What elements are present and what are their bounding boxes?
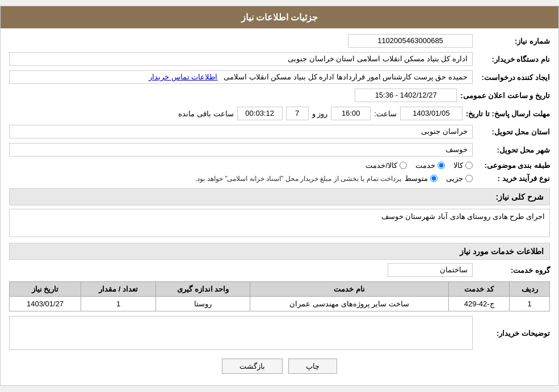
tarikh-value: 1402/12/27 - 15:36 [355,88,457,102]
col-tedad: تعداد / مقدار [81,282,156,297]
shomare-niaz-row: شماره نیاز: 1102005463000685 [9,34,550,48]
services-table: ردیف کد خدمت نام خدمت واحد اندازه گیری ت… [9,281,550,311]
khadamat-label: اطلاعات خدمات مورد نیاز [460,247,544,256]
cell-vahed: روستا [156,297,250,311]
cell-tarikh: 1403/01/27 [10,297,81,311]
tabaqebandi-khadamat-radio[interactable] [438,162,445,169]
ijad-konande-label: ایجاد کننده درخواست: [476,73,550,82]
tabaqebandi-kala-khadamat-label: کالا/خدمت [365,161,397,170]
noe-farayand-radio-group: جزیی متوسط [405,174,473,183]
tarikh-label: تاریخ و ساعت اعلان عمومی: [460,91,550,100]
tabaqebandi-khadamat-item: خدمت [415,161,445,170]
mohlat-label: مهلت ارسال پاسخ: تا تاریخ: [466,109,550,118]
ettelaat-tamas-link[interactable]: اطلاعات تماس خریدار [149,73,217,81]
button-row: چاپ بازگشت [9,359,550,374]
geroh-khadamat-row: گروه خدمت: ساختمان [9,263,550,277]
col-vahed: واحد اندازه گیری [156,282,250,297]
cell-nam-khadamat: ساخت سایر پروژه‌های مهندسی عمران [250,297,449,311]
cell-kod-khadamat: ج-42-429 [448,297,509,311]
ijad-konande-row: ایجاد کننده درخواست: حمیده حق پرست کارشن… [9,70,550,84]
ostan-row: استان محل تحویل: خراسان جنوبی [9,125,550,138]
mohlat-saat: 16:00 [331,107,371,120]
noe-farayand-label: نوع فرآیند خرید : [476,174,550,183]
nam-dastgah-value: اداره کل بنیاد مسکن انقلاب اسلامی استان … [9,52,473,66]
mohlat-rooz-label: روز و [312,109,328,118]
tabaqebandi-label: طبقه بندی موضوعی: [476,161,550,170]
col-tarikh: تاریخ نیاز [10,282,81,297]
ostan-label: استان محل تحویل: [476,128,550,136]
tabaqebandi-khadamat-label: خدمت [415,161,435,170]
mohlat-date: 1403/01/05 [400,107,463,120]
geroh-khadamat-value: ساختمان [388,263,473,277]
baghimande-time: 00:03:12 [237,107,283,120]
geroh-khadamat-label: گروه خدمت: [476,266,550,275]
noe-farayand-jozii-item: جزیی [446,174,473,183]
tabaqebandi-kala-radio[interactable] [465,162,473,169]
ijad-konande-value: حمیده حق پرست کارشناس امور قراردادها ادا… [9,70,473,84]
page-title: جزئیات اطلاعات نیاز [241,12,318,22]
mohlat-row: مهلت ارسال پاسخ: تا تاریخ: 1403/01/05 سا… [9,107,550,120]
tabaqebandi-kala-khadamat-radio[interactable] [400,162,407,169]
noe-farayand-jozii-label: جزیی [446,174,463,183]
noe-farayand-motovaset-radio[interactable] [430,175,438,182]
tabaqebandi-radio-group: کالا خدمت کالا/خدمت [365,161,473,170]
baghimande-label: ساعت باقی مانده [178,109,233,118]
shomare-niaz-label: شماره نیاز: [476,37,550,45]
noe-farayand-jozii-radio[interactable] [465,175,473,182]
col-nam-khadamat: نام خدمت [250,282,449,297]
nam-dastgah-row: نام دستگاه خریدار: اداره کل بنیاد مسکن ا… [9,52,550,66]
shomare-niaz-value: 1102005463000685 [348,34,473,48]
back-button[interactable]: بازگشت [222,359,283,374]
sharh-box-container: اجرای طرح هادی روستای هادی آباد شهرستان … [9,209,550,237]
noe-farayand-motovaset-label: متوسط [405,174,428,183]
noe-farayand-note: پرداخت تمام یا بخشی از مبلغ خریدار محل "… [195,175,401,183]
ostan-value: خراسان جنوبی [9,125,473,138]
cell-tedad: 1 [81,297,156,311]
khadamat-section-header: اطلاعات خدمات مورد نیاز [9,243,550,260]
tabaqebandi-kala-label: کالا [453,161,463,170]
page-header: جزئیات اطلاعات نیاز [1,6,558,28]
mohlat-rooz: 7 [286,107,309,120]
shahr-value: خوسف [9,143,473,157]
table-row: 1 ج-42-429 ساخت سایر پروژه‌های مهندسی عم… [10,297,550,311]
tabaqebandi-kala-item: کالا [453,161,473,170]
table-header-row: ردیف کد خدمت نام خدمت واحد اندازه گیری ت… [10,282,550,297]
nam-dastgah-label: نام دستگاه خریدار: [476,55,550,64]
noe-farayand-motovaset-item: متوسط [405,174,438,183]
tarikh-row: تاریخ و ساعت اعلان عمومی: 1402/12/27 - 1… [9,88,550,102]
shahr-label: شهر محل تحویل: [476,146,550,154]
mohlat-saat-label: ساعت: [374,109,397,118]
shahr-row: شهر محل تحویل: خوسف [9,143,550,157]
sharh-value: اجرای طرح هادی روستای هادی آباد شهرستان … [9,209,550,237]
cell-radif: 1 [510,297,550,311]
col-radif: ردیف [510,282,550,297]
noe-farayand-row: نوع فرآیند خرید : جزیی متوسط پرداخت تمام… [9,174,550,183]
sharh-label: شرح کلی نیاز: [496,192,544,201]
sharh-section-header: شرح کلی نیاز: [9,188,550,205]
description-row: توضیحات خریدار: [9,316,550,350]
col-kod-khadamat: کد خدمت [448,282,509,297]
description-label: توضیحات خریدار: [476,329,550,338]
print-button[interactable]: چاپ [288,359,337,374]
description-textarea[interactable] [9,316,473,350]
tabaqebandi-kala-khadamat-item: کالا/خدمت [365,161,407,170]
tabaqebandi-row: طبقه بندی موضوعی: کالا خدمت کالا/خدمت [9,161,550,170]
